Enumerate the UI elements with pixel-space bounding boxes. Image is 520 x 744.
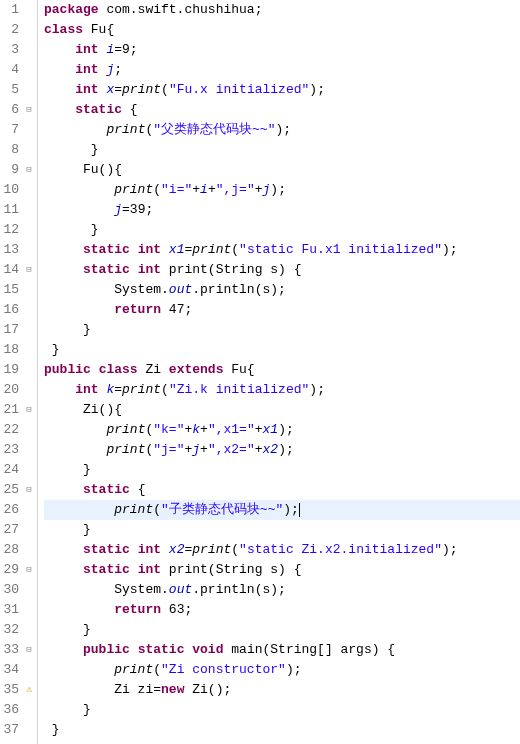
line-number: 14 bbox=[1, 260, 21, 280]
token-plain: ); bbox=[442, 540, 458, 560]
token-str: "k=" bbox=[153, 420, 184, 440]
code-line[interactable]: print("i="+i+",j="+j); bbox=[44, 180, 520, 200]
code-line[interactable]: Fu(){ bbox=[44, 160, 520, 180]
code-line[interactable]: int x=print("Fu.x initialized"); bbox=[44, 80, 520, 100]
code-line[interactable]: static int x1=print("static Fu.x1 initia… bbox=[44, 240, 520, 260]
code-line[interactable]: System.out.println(s); bbox=[44, 580, 520, 600]
code-line[interactable]: j=39; bbox=[44, 200, 520, 220]
token-plain: = bbox=[114, 80, 122, 100]
code-line[interactable]: static int print(String s) { bbox=[44, 560, 520, 580]
code-line[interactable]: static int print(String s) { bbox=[44, 260, 520, 280]
line-number: 11 bbox=[1, 200, 21, 220]
code-line[interactable]: static int x2=print("static Zi.x2.initia… bbox=[44, 540, 520, 560]
code-line[interactable]: print("j="+j+",x2="+x2); bbox=[44, 440, 520, 460]
token-plain bbox=[130, 240, 138, 260]
code-line[interactable]: } bbox=[44, 520, 520, 540]
token-plain: 47; bbox=[161, 300, 192, 320]
token-plain: ); bbox=[283, 500, 299, 520]
gutter-row: 35 bbox=[0, 680, 37, 700]
token-kw: int bbox=[138, 240, 161, 260]
gutter-row: 34 bbox=[0, 660, 37, 680]
fold-toggle-icon[interactable] bbox=[23, 644, 35, 656]
token-plain: } bbox=[44, 720, 60, 740]
token-kw: int bbox=[75, 40, 98, 60]
gutter-row: 12 bbox=[0, 220, 37, 240]
fold-toggle-icon[interactable] bbox=[23, 164, 35, 176]
token-plain bbox=[99, 380, 107, 400]
code-line[interactable]: } bbox=[44, 220, 520, 240]
code-line[interactable]: print("父类静态代码块~~"); bbox=[44, 120, 520, 140]
code-line[interactable]: class Fu{ bbox=[44, 20, 520, 40]
token-plain: System. bbox=[44, 580, 169, 600]
token-plain: .println(s); bbox=[192, 580, 286, 600]
token-it: print bbox=[106, 420, 145, 440]
warning-icon[interactable] bbox=[23, 684, 35, 696]
token-kw: int bbox=[138, 540, 161, 560]
line-number: 19 bbox=[1, 360, 21, 380]
line-number: 13 bbox=[1, 240, 21, 260]
token-plain: + bbox=[192, 180, 200, 200]
token-it: print bbox=[192, 540, 231, 560]
code-line[interactable]: int k=print("Zi.k initialized"); bbox=[44, 380, 520, 400]
token-kw: class bbox=[44, 20, 83, 40]
fold-toggle-icon[interactable] bbox=[23, 104, 35, 116]
code-line[interactable]: int j; bbox=[44, 60, 520, 80]
code-line[interactable]: } bbox=[44, 320, 520, 340]
gutter-row: 29 bbox=[0, 560, 37, 580]
fold-toggle-icon[interactable] bbox=[23, 404, 35, 416]
token-plain: { bbox=[130, 480, 146, 500]
token-plain: Fu(){ bbox=[44, 160, 122, 180]
gutter-row: 32 bbox=[0, 620, 37, 640]
token-str: "i=" bbox=[161, 180, 192, 200]
token-sfld: x1 bbox=[263, 420, 279, 440]
token-plain: Zi(); bbox=[184, 680, 231, 700]
code-line[interactable]: print("k="+k+",x1="+x1); bbox=[44, 420, 520, 440]
code-line[interactable]: Zi(){ bbox=[44, 400, 520, 420]
code-line[interactable]: System.out.println(s); bbox=[44, 280, 520, 300]
token-plain: ); bbox=[442, 240, 458, 260]
code-line[interactable]: return 47; bbox=[44, 300, 520, 320]
code-line[interactable]: } bbox=[44, 460, 520, 480]
fold-toggle-icon[interactable] bbox=[23, 264, 35, 276]
code-line[interactable]: print("子类静态代码块~~"); bbox=[44, 500, 520, 520]
token-plain: + bbox=[184, 420, 192, 440]
code-line[interactable]: } bbox=[44, 140, 520, 160]
token-kw: int bbox=[75, 60, 98, 80]
token-kw: return bbox=[114, 300, 161, 320]
fold-toggle-icon[interactable] bbox=[23, 484, 35, 496]
token-kw: static bbox=[83, 480, 130, 500]
token-plain: Zi bbox=[138, 360, 169, 380]
token-plain: .println(s); bbox=[192, 280, 286, 300]
code-line[interactable]: public static void main(String[] args) { bbox=[44, 640, 520, 660]
token-plain: } bbox=[44, 460, 91, 480]
line-number: 31 bbox=[1, 600, 21, 620]
code-line[interactable]: } bbox=[44, 340, 520, 360]
code-line[interactable]: int i=9; bbox=[44, 40, 520, 60]
token-plain: } bbox=[44, 320, 91, 340]
token-fld: k bbox=[192, 420, 200, 440]
token-kw: static bbox=[83, 540, 130, 560]
code-line[interactable]: static { bbox=[44, 480, 520, 500]
code-line[interactable]: package com.swift.chushihua; bbox=[44, 0, 520, 20]
code-line[interactable]: Zi zi=new Zi(); bbox=[44, 680, 520, 700]
code-area[interactable]: package com.swift.chushihua;class Fu{ in… bbox=[38, 0, 520, 744]
code-editor[interactable]: 1234567891011121314151617181920212223242… bbox=[0, 0, 520, 744]
code-line[interactable]: return 63; bbox=[44, 600, 520, 620]
code-line[interactable]: } bbox=[44, 620, 520, 640]
gutter-row: 28 bbox=[0, 540, 37, 560]
token-plain: } bbox=[44, 340, 60, 360]
code-line[interactable]: static { bbox=[44, 100, 520, 120]
gutter-row: 1 bbox=[0, 0, 37, 20]
text-caret bbox=[299, 503, 300, 517]
code-line[interactable]: } bbox=[44, 720, 520, 740]
code-line[interactable]: } bbox=[44, 700, 520, 720]
token-plain bbox=[44, 640, 83, 660]
token-fld: j bbox=[106, 60, 114, 80]
code-line[interactable]: print("Zi constructor"); bbox=[44, 660, 520, 680]
code-line[interactable]: public class Zi extends Fu{ bbox=[44, 360, 520, 380]
fold-toggle-icon[interactable] bbox=[23, 564, 35, 576]
token-plain: ( bbox=[145, 420, 153, 440]
gutter-row: 15 bbox=[0, 280, 37, 300]
token-it: print bbox=[122, 380, 161, 400]
token-plain: ); bbox=[278, 440, 294, 460]
